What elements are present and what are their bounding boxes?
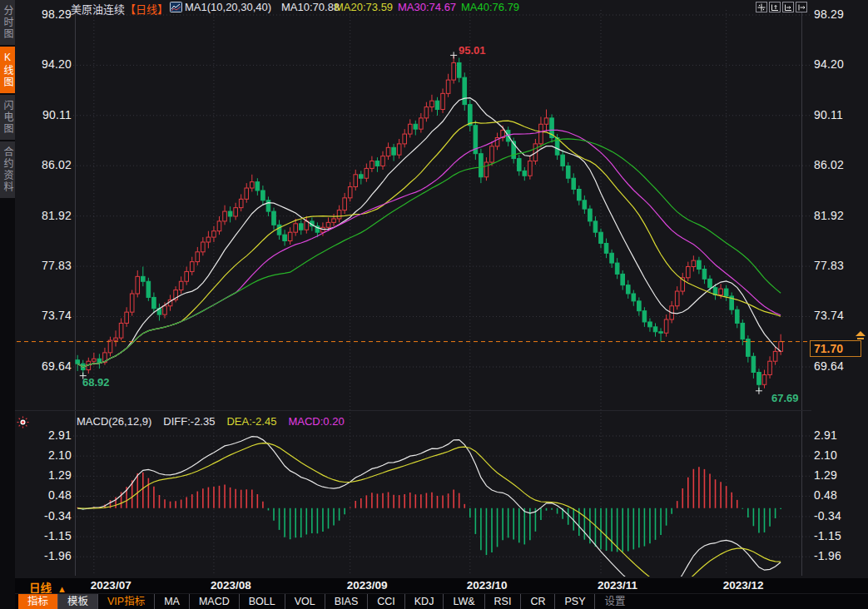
price-axis-label: 81.92 — [17, 209, 72, 222]
tab-lw[interactable]: LW& — [443, 594, 484, 609]
tab-indicator[interactable]: 指标 — [18, 594, 57, 609]
price-axis-label: 98.29 — [814, 7, 844, 21]
tab-psy[interactable]: PSY — [554, 594, 594, 609]
macd-axis-label: -0.34 — [17, 509, 72, 522]
sidebar-tab-time-chart[interactable]: 分时图 — [0, 0, 15, 45]
price-axis-label: 77.83 — [17, 259, 72, 272]
tab-kdj[interactable]: KDJ — [404, 594, 444, 609]
tab-settings[interactable]: 设置 — [594, 594, 634, 609]
macd-diff-value: DIFF:-2.35 — [163, 415, 215, 428]
date-label: 2023/09 — [347, 579, 388, 592]
ma20-value: MA20:73.59 — [335, 1, 393, 13]
high-price-label: 95.01 — [459, 44, 486, 57]
ma10-value: MA10:70.88 — [281, 1, 340, 13]
price-axis-label: 86.02 — [17, 158, 72, 171]
chart-legend: 美原油连续 【日线】 MA1(10,20,30,40) MA10:70.88MA… — [15, 1, 868, 14]
macd-axis-label: 2.91 — [17, 428, 72, 442]
date-label: 2023/07 — [91, 579, 131, 592]
tab-cci[interactable]: CCI — [367, 594, 404, 609]
macd-axis-label: 2.91 — [814, 428, 837, 442]
period-tag: 【日线】 — [125, 1, 168, 17]
scale-vertical-button[interactable] — [769, 2, 781, 12]
price-axis-label: 69.64 — [17, 359, 72, 373]
sidebar-tab-flash-chart[interactable]: 闪电图 — [0, 95, 15, 140]
tab-ma[interactable]: MA — [154, 594, 189, 609]
tab-vip-indicator[interactable]: VIP指标 — [97, 594, 154, 609]
price-axis-label: 90.11 — [17, 108, 72, 121]
kline-chart-canvas[interactable] — [0, 0, 868, 578]
price-axis-label: 94.20 — [814, 57, 844, 71]
macd-header: MACD(26,12,9)DIFF:-2.35DEA:-2.45MACD:0.2… — [77, 415, 356, 428]
app-root: 美原油连续 【日线】 MA1(10,20,30,40) MA10:70.88MA… — [0, 0, 868, 609]
ma-settings-label: MA1(10,20,30,40) — [185, 1, 271, 13]
date-label: 2023/12 — [723, 579, 764, 592]
price-axis-label: 77.83 — [814, 259, 844, 272]
price-axis-label: 90.11 — [814, 108, 843, 121]
price-axis-label: 73.74 — [17, 309, 72, 322]
macd-axis-label: 0.48 — [814, 488, 837, 502]
tab-macd[interactable]: MACD — [189, 594, 239, 609]
tab-vol[interactable]: VOL — [285, 594, 325, 609]
jump-to-latest-icon[interactable] — [855, 331, 866, 340]
macd-axis-label: -1.15 — [814, 529, 841, 542]
end-low-label: 67.69 — [771, 392, 799, 404]
price-axis-label: 86.02 — [814, 158, 844, 171]
tab-boll[interactable]: BOLL — [239, 594, 285, 609]
crosshair-button[interactable] — [756, 2, 767, 12]
bottom-bar: 日线▲ 2023/072023/082023/092023/102023/112… — [15, 578, 868, 609]
date-label: 2023/08 — [211, 579, 251, 592]
macd-dea-value: DEA:-2.45 — [226, 415, 276, 428]
tab-cr[interactable]: CR — [520, 594, 554, 609]
ma40-value: MA40:76.79 — [461, 1, 519, 13]
price-axis-label: 98.29 — [17, 7, 72, 21]
price-axis-label: 81.92 — [814, 209, 844, 222]
alert-icon[interactable] — [17, 416, 29, 428]
chart-toolbar — [756, 2, 807, 12]
tab-bias[interactable]: BIAS — [325, 594, 368, 609]
price-axis-label: 94.20 — [17, 57, 72, 71]
macd-axis-label: 1.29 — [814, 468, 837, 482]
chart-title: 美原油连续 — [71, 1, 125, 17]
macd-axis-label: -1.96 — [814, 549, 841, 562]
kline-legend-icon — [170, 2, 182, 12]
macd-axis-label: -1.96 — [17, 549, 72, 562]
sidebar: 分时图K线图闪电图合约资料 — [0, 0, 15, 609]
price-axis-label: 73.74 — [814, 309, 844, 322]
macd-axis-label: -0.34 — [814, 509, 841, 522]
macd-macd-value: MACD:0.20 — [288, 415, 344, 428]
sidebar-tab-kline-chart[interactable]: K线图 — [0, 47, 15, 93]
last-price-tag: 71.70 — [810, 340, 861, 357]
indicator-tabs-row: 指标模板VIP指标MAMACDBOLLVOLBIASCCIKDJLW&RSICR… — [15, 593, 868, 609]
macd-axis-label: 1.29 — [17, 468, 72, 482]
sidebar-tab-contract-info[interactable]: 合约资料 — [0, 141, 15, 198]
tab-rsi[interactable]: RSI — [484, 594, 521, 609]
chart-region[interactable]: 美原油连续 【日线】 MA1(10,20,30,40) MA10:70.88MA… — [15, 0, 868, 578]
date-label: 2023/10 — [467, 579, 508, 592]
pan-right-button[interactable] — [796, 2, 807, 12]
macd-axis-label: -1.15 — [17, 529, 72, 542]
date-label: 2023/11 — [598, 579, 637, 592]
scale-horizontal-button[interactable] — [782, 2, 794, 12]
macd-params-label: MACD(26,12,9) — [77, 415, 151, 428]
macd-axis-label: 0.48 — [17, 488, 72, 502]
tab-template[interactable]: 模板 — [57, 594, 97, 609]
price-axis-label: 69.64 — [814, 359, 844, 373]
macd-axis-label: 2.10 — [814, 448, 837, 462]
date-axis-row: 日线▲ 2023/072023/082023/092023/102023/112… — [15, 578, 868, 593]
ma30-value: MA30:74.67 — [398, 1, 456, 13]
start-low-label: 68.92 — [82, 376, 110, 389]
macd-axis-label: 2.10 — [17, 448, 72, 462]
